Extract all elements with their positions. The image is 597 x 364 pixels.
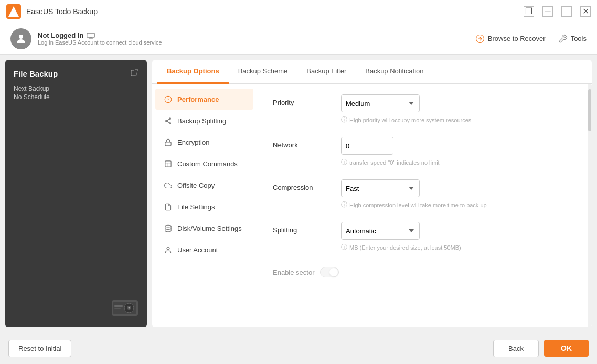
restore-button[interactable]: ❐ <box>524 6 534 17</box>
svg-rect-22 <box>165 142 170 145</box>
svg-rect-5 <box>90 37 92 38</box>
compression-setting-row: Compression None Fast High ⓘ High compre… <box>273 179 572 209</box>
minimize-button[interactable]: ─ <box>542 6 553 17</box>
monitor-icon <box>87 33 95 39</box>
scrollbar-thumb <box>588 89 591 131</box>
splitting-control: Automatic Custom ⓘ MB (Enter your desire… <box>341 222 509 252</box>
splitting-setting-row: Splitting Automatic Custom ⓘ MB (Enter y… <box>273 222 572 252</box>
user-info: Not Logged in Log in EaseUS Account to c… <box>38 31 162 46</box>
user-account-icon <box>164 245 172 254</box>
title-bar: EaseUS Todo Backup ❐ ─ □ ✕ <box>0 0 597 23</box>
nav-panel: Performance Backup Splitting <box>152 84 257 327</box>
ok-button[interactable]: OK <box>544 340 589 357</box>
svg-point-19 <box>169 122 171 124</box>
nav-item-performance[interactable]: Performance <box>155 89 253 110</box>
svg-line-21 <box>167 121 169 123</box>
tab-backup-options[interactable]: Backup Options <box>157 60 229 84</box>
custom-commands-icon <box>164 159 172 168</box>
svg-line-20 <box>167 119 169 121</box>
svg-rect-2 <box>12 13 16 17</box>
header-actions: Browse to Recover Tools <box>475 34 587 44</box>
splitting-label: Splitting <box>273 222 331 234</box>
tab-backup-notification[interactable]: Backup Notification <box>356 60 433 84</box>
hdd-illustration <box>109 295 141 321</box>
app-title: EaseUS Todo Backup <box>26 7 524 16</box>
priority-setting-row: Priority Low Medium High ⓘ High priority… <box>273 94 572 124</box>
splitting-hint-icon: ⓘ <box>341 243 347 252</box>
sidebar: File Backup Next Backup No Schedule <box>5 60 147 327</box>
sidebar-card-title: File Backup <box>14 69 58 78</box>
panel-body: Performance Backup Splitting <box>152 84 592 327</box>
nav-item-custom-commands[interactable]: Custom Commands <box>155 153 253 174</box>
encryption-icon <box>164 138 172 146</box>
nav-item-user-account[interactable]: User Account <box>155 239 253 260</box>
network-hint: ⓘ transfer speed "0" indicates no limit <box>341 158 509 167</box>
tab-backup-scheme[interactable]: Backup Scheme <box>229 60 297 84</box>
close-button[interactable]: ✕ <box>580 6 591 17</box>
tools-button[interactable]: Tools <box>558 34 587 44</box>
tab-backup-filter[interactable]: Backup Filter <box>297 60 356 84</box>
priority-label: Priority <box>273 94 331 106</box>
browse-to-recover-button[interactable]: Browse to Recover <box>475 34 546 44</box>
compression-hint: ⓘ High compression level will take more … <box>341 200 509 209</box>
file-settings-icon <box>164 202 172 211</box>
performance-icon <box>164 95 172 103</box>
enable-sector-label: Enable sector <box>273 269 315 276</box>
tabs-bar: Backup Options Backup Scheme Backup Filt… <box>152 60 592 84</box>
next-backup-label: Next Backup <box>14 85 138 92</box>
tools-icon <box>558 34 568 44</box>
offsite-copy-icon <box>164 181 172 189</box>
nav-item-disk-volume-settings[interactable]: Disk/Volume Settings <box>155 218 253 239</box>
splitting-select[interactable]: Automatic Custom <box>341 222 420 240</box>
priority-hint: ⓘ High priority will occupy more system … <box>341 115 509 124</box>
network-label: Network <box>273 137 331 149</box>
backup-splitting-icon <box>164 116 172 125</box>
export-icon[interactable] <box>130 68 138 79</box>
main-content: File Backup Next Backup No Schedule <box>0 55 597 333</box>
svg-rect-15 <box>114 308 121 309</box>
back-button[interactable]: Back <box>493 340 539 357</box>
network-input-group: ▲ ▼ <box>341 137 393 155</box>
svg-point-3 <box>19 35 23 39</box>
nav-item-offsite-copy[interactable]: Offsite Copy <box>155 175 253 196</box>
browse-recover-icon <box>475 34 485 44</box>
svg-line-8 <box>134 69 137 73</box>
avatar <box>10 28 31 49</box>
svg-point-17 <box>165 120 167 122</box>
network-control: ▲ ▼ ⓘ transfer speed "0" indicates no li… <box>341 137 509 167</box>
compression-control: None Fast High ⓘ High compression level … <box>341 179 509 209</box>
scrollbar[interactable] <box>588 84 592 327</box>
sidebar-card: File Backup Next Backup No Schedule <box>5 60 147 327</box>
svg-rect-6 <box>89 38 93 38</box>
compression-label: Compression <box>273 179 331 191</box>
priority-control: Low Medium High ⓘ High priority will occ… <box>341 94 509 124</box>
nav-item-encryption[interactable]: Encryption <box>155 132 253 153</box>
compression-hint-icon: ⓘ <box>341 200 347 209</box>
schedule-label: No Schedule <box>14 93 138 101</box>
user-login-status: Not Logged in <box>38 31 162 39</box>
sidebar-card-header: File Backup <box>14 68 138 79</box>
window-controls: ❐ ─ □ ✕ <box>524 6 591 17</box>
svg-rect-14 <box>114 305 123 307</box>
compression-select[interactable]: None Fast High <box>341 179 420 197</box>
network-input[interactable] <box>342 137 393 154</box>
enable-sector-row: Enable sector <box>273 264 572 280</box>
bottom-bar: Reset to Initial Back OK <box>0 333 597 364</box>
priority-hint-icon: ⓘ <box>341 115 347 124</box>
settings-panel: Priority Low Medium High ⓘ High priority… <box>257 84 588 327</box>
header-bar: Not Logged in Log in EaseUS Account to c… <box>0 23 597 55</box>
splitting-hint: ⓘ MB (Enter your desired size, at least … <box>341 243 509 252</box>
svg-rect-23 <box>165 160 170 166</box>
user-sub-text: Log in EaseUS Account to connect cloud s… <box>38 39 162 46</box>
nav-item-backup-splitting[interactable]: Backup Splitting <box>155 110 253 131</box>
app-logo <box>6 4 21 19</box>
nav-item-file-settings[interactable]: File Settings <box>155 196 253 217</box>
reset-to-initial-button[interactable]: Reset to Initial <box>8 340 71 357</box>
user-section: Not Logged in Log in EaseUS Account to c… <box>10 28 475 49</box>
maximize-button[interactable]: □ <box>561 6 572 17</box>
svg-point-13 <box>129 307 130 309</box>
priority-select[interactable]: Low Medium High <box>341 94 420 112</box>
network-hint-icon: ⓘ <box>341 158 347 167</box>
disk-volume-icon <box>164 224 172 232</box>
svg-point-26 <box>165 225 170 227</box>
